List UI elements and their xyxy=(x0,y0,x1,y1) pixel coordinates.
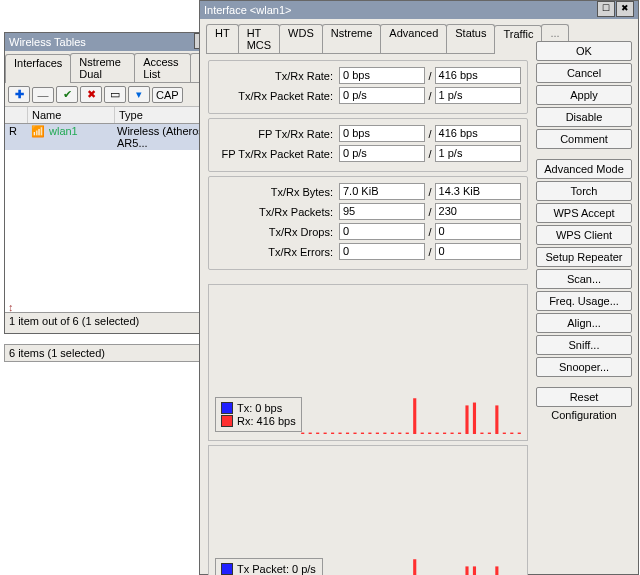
col-name[interactable]: Name xyxy=(28,107,115,123)
row-flag: R xyxy=(5,125,27,149)
comment-button[interactable]: Comment xyxy=(536,129,632,149)
rx-pktrate: 1 p/s xyxy=(435,87,521,104)
lbl-bytes: Tx/Rx Bytes: xyxy=(217,186,339,198)
tx-rate: 0 bps xyxy=(339,67,425,84)
add-button[interactable]: ✚ xyxy=(8,86,30,103)
disable-button[interactable]: Disable xyxy=(536,107,632,127)
rx-bytes: 14.3 KiB xyxy=(435,183,521,200)
tab-status[interactable]: Status xyxy=(446,24,495,53)
tx-pktrate: 0 p/s xyxy=(339,87,425,104)
tab-nstreme[interactable]: Nstreme xyxy=(322,24,382,53)
setup-repeater-button[interactable]: Setup Repeater xyxy=(536,247,632,267)
cancel-button[interactable]: Cancel xyxy=(536,63,632,83)
comment-icon[interactable]: ▭ xyxy=(104,86,126,103)
apply-button[interactable]: Apply xyxy=(536,85,632,105)
sniff-button[interactable]: Sniff... xyxy=(536,335,632,355)
tab-interfaces[interactable]: Interfaces xyxy=(5,54,71,83)
snooper-button[interactable]: Snooper... xyxy=(536,357,632,377)
rx-rate: 416 bps xyxy=(435,67,521,84)
wps-client-button[interactable]: WPS Client xyxy=(536,225,632,245)
lbl-fp-rate: FP Tx/Rx Rate: xyxy=(217,128,339,140)
scan-button[interactable]: Scan... xyxy=(536,269,632,289)
tab-htmcs[interactable]: HT MCS xyxy=(238,24,280,53)
if-title-bar[interactable]: Interface <wlan1> ☐ ✖ xyxy=(200,1,638,19)
lbl-errs: Tx/Rx Errors: xyxy=(217,246,339,258)
tab-nstreme-dual[interactable]: Nstreme Dual xyxy=(70,53,135,82)
max-icon[interactable]: ☐ xyxy=(597,1,615,17)
reset-config-button[interactable]: Reset Configuration xyxy=(536,387,632,407)
tab-ht[interactable]: HT xyxy=(206,24,239,53)
fp-tx-pkt: 0 p/s xyxy=(339,145,425,162)
row-name: 📶wlan1 xyxy=(27,125,113,149)
rx-drops: 0 xyxy=(435,223,521,240)
tx-drops: 0 xyxy=(339,223,425,240)
freq-usage-button[interactable]: Freq. Usage... xyxy=(536,291,632,311)
legend-pkt: Tx Packet: 0 p/s Rx Packet: 1 p/s xyxy=(215,558,323,575)
fp-tx: 0 bps xyxy=(339,125,425,142)
lbl-drops: Tx/Rx Drops: xyxy=(217,226,339,238)
lbl-txrx-pkt: Tx/Rx Packet Rate: xyxy=(217,90,339,102)
tx-errs: 0 xyxy=(339,243,425,260)
tab-wds[interactable]: WDS xyxy=(279,24,323,53)
enable-button[interactable]: ✔ xyxy=(56,86,78,103)
lbl-txrx-rate: Tx/Rx Rate: xyxy=(217,70,339,82)
close-icon[interactable]: ✖ xyxy=(616,1,634,17)
torch-button[interactable]: Torch xyxy=(536,181,632,201)
rx-errs: 0 xyxy=(435,243,521,260)
align-button[interactable]: Align... xyxy=(536,313,632,333)
rx-pkts: 230 xyxy=(435,203,521,220)
wps-accept-button[interactable]: WPS Accept xyxy=(536,203,632,223)
filter-icon[interactable]: ▾ xyxy=(128,86,150,103)
ok-button[interactable]: OK xyxy=(536,41,632,61)
fp-rx: 416 bps xyxy=(435,125,521,142)
rate-chart: Tx: 0 bps Rx: 416 bps xyxy=(208,284,528,441)
if-title: Interface <wlan1> xyxy=(204,1,291,19)
pin-icon[interactable]: ↕ xyxy=(8,301,14,313)
fp-rx-pkt: 1 p/s xyxy=(435,145,521,162)
tab-adv[interactable]: Advanced xyxy=(380,24,447,53)
if-tabs: HT HT MCS WDS Nstreme Advanced Status Tr… xyxy=(206,22,528,54)
tx-pkts: 95 xyxy=(339,203,425,220)
wt-title: Wireless Tables xyxy=(9,33,86,51)
lbl-pkts: Tx/Rx Packets: xyxy=(217,206,339,218)
cap-button[interactable]: CAP xyxy=(152,87,183,103)
remove-button[interactable]: — xyxy=(32,87,54,103)
pkt-chart: Tx Packet: 0 p/s Rx Packet: 1 p/s xyxy=(208,445,528,575)
tx-bytes: 7.0 KiB xyxy=(339,183,425,200)
disable-button[interactable]: ✖ xyxy=(80,86,102,103)
col-flag[interactable] xyxy=(5,107,28,123)
legend-rate: Tx: 0 bps Rx: 416 bps xyxy=(215,397,302,432)
adv-mode-button[interactable]: Advanced Mode xyxy=(536,159,632,179)
tab-access-list[interactable]: Access List xyxy=(134,53,191,82)
lbl-fp-pkt: FP Tx/Rx Packet Rate: xyxy=(217,148,339,160)
